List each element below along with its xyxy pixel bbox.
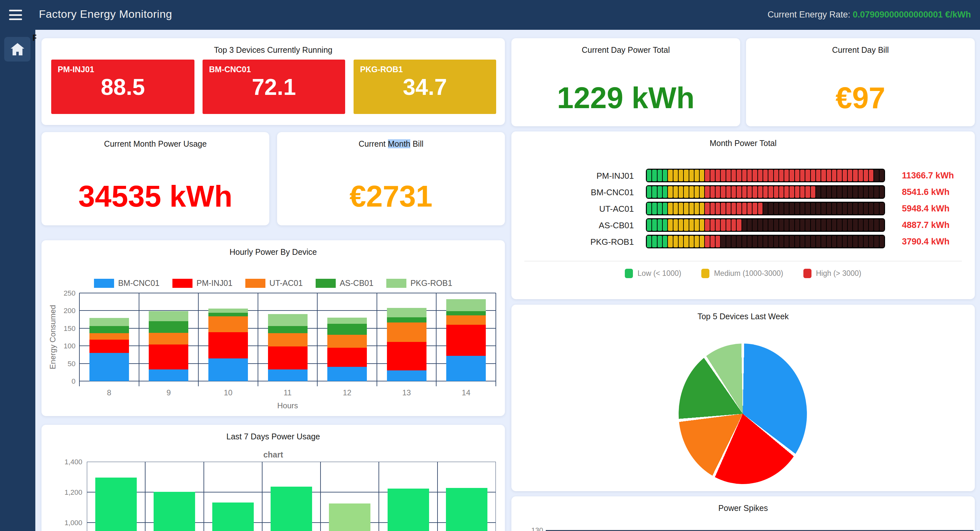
hamburger-menu-icon[interactable] <box>8 8 23 21</box>
gauge-segment <box>695 203 699 214</box>
gauge-segment <box>673 219 678 231</box>
stacked-bar-segment <box>89 326 129 333</box>
gauge-segment <box>768 203 773 214</box>
y-tick-label: 250 <box>41 289 75 298</box>
month-power-total-card: Month Power Total PM-INJ0111366.7 kWhBM-… <box>511 132 975 299</box>
gauge-segment <box>837 203 842 214</box>
gauge-segment <box>652 203 657 214</box>
power-spikes-card: Power Spikes 130 <box>511 496 975 531</box>
gauge-segment <box>784 170 789 181</box>
gauge-segment <box>768 170 773 181</box>
gauge-segment <box>673 170 678 181</box>
gauge-segment <box>726 203 731 214</box>
gauge-segment <box>689 236 694 247</box>
gauge-segment <box>647 186 651 198</box>
gauge-segment <box>827 219 831 231</box>
gauge-bar <box>646 202 885 215</box>
day-total-value: 1229 kWh <box>511 83 740 113</box>
sidebar-item-home[interactable] <box>4 37 30 62</box>
gauge-segment <box>779 170 784 181</box>
day-bill-value: €97 <box>746 83 975 113</box>
gauge-segment <box>848 170 852 181</box>
gauge-segment <box>789 186 794 198</box>
gauge-segment <box>663 219 667 231</box>
gauge-segment <box>880 170 884 181</box>
gauge-segment <box>737 203 741 214</box>
gauge-segment <box>668 219 673 231</box>
gauge-segment <box>747 219 752 231</box>
gauge-device-label: UT-AC01 <box>599 204 634 214</box>
gauge-segment <box>647 236 651 247</box>
month-bill-value: €2731 <box>277 181 505 211</box>
gauge-segment <box>679 170 683 181</box>
stacked-bar-segment <box>208 358 248 381</box>
hourly-power-title: Hourly Power By Device <box>41 247 505 257</box>
gauge-segment <box>695 219 699 231</box>
legend-swatch <box>625 269 633 278</box>
gauge-segment <box>700 219 704 231</box>
gauge-segment <box>874 170 878 181</box>
gauge-segment <box>684 236 688 247</box>
legend-label: BM-CNC01 <box>118 279 159 288</box>
gauge-segment <box>774 203 778 214</box>
gauge-segment <box>679 219 683 231</box>
gauge-legend-item: Medium (1000-3000) <box>701 269 783 278</box>
home-icon <box>10 43 25 56</box>
gauge-segment <box>805 203 810 214</box>
clipped-sidebar-label: F <box>32 33 36 43</box>
gauge-segment <box>774 236 778 247</box>
gauge-segment <box>880 236 884 247</box>
bar <box>95 477 137 531</box>
energy-rate: Current Energy Rate: 0.07909000000000001… <box>768 10 971 20</box>
gauge-segment <box>652 219 657 231</box>
hourly-plot-area <box>80 293 496 381</box>
hourly-legend-item: PM-INJ01 <box>172 279 232 288</box>
hourly-legend-item: AS-CB01 <box>316 279 373 288</box>
stacked-bar-segment <box>208 309 248 313</box>
gauge-segment <box>695 186 699 198</box>
stacked-bar-segment <box>446 299 486 311</box>
gauge-segment <box>816 203 821 214</box>
hourly-legend-item: BM-CNC01 <box>94 279 159 288</box>
gauge-segment <box>663 186 667 198</box>
stacked-bar-segment <box>327 324 367 335</box>
day-power-total-card: Current Day Power Total 1229 kWh <box>511 38 740 126</box>
gauge-segment <box>874 219 878 231</box>
gauge-segment <box>805 170 810 181</box>
power-spikes-title: Power Spikes <box>511 504 975 513</box>
top-navbar: Factory Energy Monitoring Current Energy… <box>0 0 980 30</box>
vertical-gridline <box>379 462 379 531</box>
legend-swatch <box>172 279 192 288</box>
gauge-segment <box>859 236 863 247</box>
gauge-segment <box>673 186 678 198</box>
y-tick-label: 150 <box>41 325 75 333</box>
gauge-segment <box>789 203 794 214</box>
gauge-segment <box>827 170 831 181</box>
gauge-value: 4887.7 kWh <box>902 220 950 230</box>
gauge-segment <box>789 236 794 247</box>
device-tile-label: PM-INJ01 <box>51 65 194 74</box>
gauge-segment <box>795 170 800 181</box>
gauge-segment <box>742 236 747 247</box>
last7-days-card: Last 7 Days Power Usage chart 1,4001,200… <box>41 425 505 531</box>
gauge-segment <box>837 219 842 231</box>
vertical-gridline <box>495 293 496 386</box>
gauge-segment <box>705 170 710 181</box>
gauge-segment <box>763 170 768 181</box>
gauge-segment <box>695 170 699 181</box>
gauge-segment <box>779 219 784 231</box>
gauge-segment <box>805 186 810 198</box>
device-tile-pm-inj01: PM-INJ01 88.5 <box>51 60 194 114</box>
gauge-segment <box>821 236 826 247</box>
x-tick-label: 9 <box>139 388 199 397</box>
gauge-segment <box>784 219 789 231</box>
last7-plot-area <box>87 462 496 531</box>
gauge-legend: Low (< 1000)Medium (1000-3000)High (> 30… <box>511 269 975 278</box>
gauge-row: UT-AC015948.4 kWh <box>511 202 975 215</box>
gauge-segment <box>726 219 731 231</box>
gauge-segment <box>663 236 667 247</box>
gauge-segment <box>811 186 815 198</box>
gauge-segment <box>663 170 667 181</box>
gauge-segment <box>732 170 736 181</box>
month-usage-card: Current Month Power Usage 34535 kWh <box>41 132 269 225</box>
